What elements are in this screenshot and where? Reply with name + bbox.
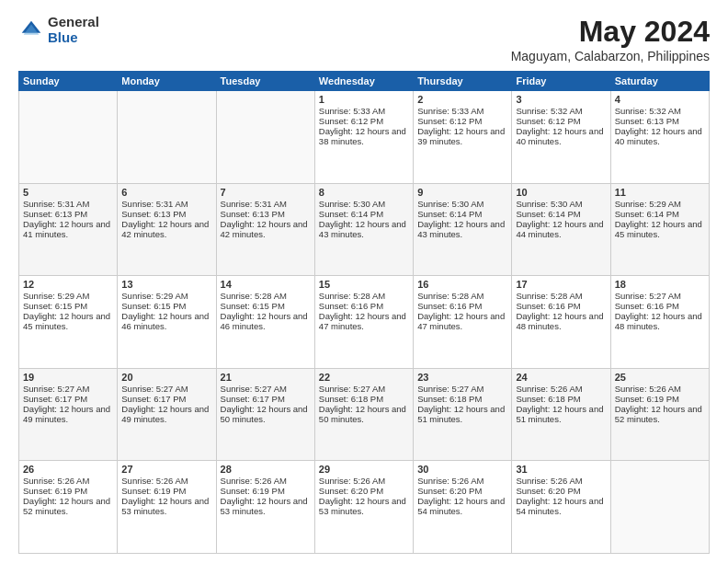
sunset-text: Sunset: 6:13 PM [221, 209, 311, 219]
sunset-text: Sunset: 6:14 PM [615, 209, 705, 219]
sunset-text: Sunset: 6:17 PM [221, 394, 311, 404]
day-number: 7 [221, 187, 311, 198]
daylight-text: Daylight: 12 hours and 54 minutes. [516, 496, 606, 516]
calendar-cell: 10Sunrise: 5:30 AMSunset: 6:14 PMDayligh… [512, 183, 610, 276]
sunset-text: Sunset: 6:13 PM [23, 209, 113, 219]
calendar-cell: 16Sunrise: 5:28 AMSunset: 6:16 PMDayligh… [414, 276, 512, 369]
day-number: 24 [516, 372, 606, 383]
sunrise-text: Sunrise: 5:27 AM [221, 384, 311, 394]
header: General Blue May 2024 Maguyam, Calabarzo… [18, 15, 710, 63]
sunrise-text: Sunrise: 5:26 AM [221, 476, 311, 486]
calendar-cell: 27Sunrise: 5:26 AMSunset: 6:19 PMDayligh… [118, 461, 216, 554]
day-number: 10 [516, 187, 606, 198]
sunrise-text: Sunrise: 5:27 AM [319, 384, 409, 394]
daylight-text: Daylight: 12 hours and 54 minutes. [417, 496, 507, 516]
weekday-header-wednesday: Wednesday [314, 72, 413, 91]
daylight-text: Daylight: 12 hours and 52 minutes. [23, 496, 113, 516]
sunrise-text: Sunrise: 5:26 AM [319, 476, 409, 486]
sunset-text: Sunset: 6:19 PM [615, 394, 705, 404]
daylight-text: Daylight: 12 hours and 46 minutes. [221, 311, 311, 331]
calendar-cell: 2Sunrise: 5:33 AMSunset: 6:12 PMDaylight… [414, 91, 512, 184]
calendar-cell: 30Sunrise: 5:26 AMSunset: 6:20 PMDayligh… [414, 461, 512, 554]
calendar-cell: 3Sunrise: 5:32 AMSunset: 6:12 PMDaylight… [512, 91, 610, 184]
weekday-header-sunday: Sunday [19, 72, 118, 91]
calendar-cell: 21Sunrise: 5:27 AMSunset: 6:17 PMDayligh… [216, 368, 314, 461]
sunrise-text: Sunrise: 5:26 AM [23, 476, 113, 486]
weekday-header-friday: Friday [512, 72, 610, 91]
day-number: 30 [417, 464, 507, 475]
calendar-week-row: 12Sunrise: 5:29 AMSunset: 6:15 PMDayligh… [19, 276, 710, 369]
calendar-cell: 22Sunrise: 5:27 AMSunset: 6:18 PMDayligh… [314, 368, 413, 461]
calendar-table: SundayMondayTuesdayWednesdayThursdayFrid… [18, 71, 710, 554]
sunrise-text: Sunrise: 5:32 AM [615, 106, 705, 116]
daylight-text: Daylight: 12 hours and 43 minutes. [319, 219, 409, 239]
sunset-text: Sunset: 6:12 PM [516, 116, 606, 126]
sunrise-text: Sunrise: 5:29 AM [615, 199, 705, 209]
sunrise-text: Sunrise: 5:31 AM [221, 199, 311, 209]
day-number: 31 [516, 464, 606, 475]
day-number: 13 [121, 279, 211, 290]
day-number: 4 [615, 94, 705, 105]
sunset-text: Sunset: 6:20 PM [319, 486, 409, 496]
logo-text: General Blue [48, 15, 99, 45]
calendar-cell: 12Sunrise: 5:29 AMSunset: 6:15 PMDayligh… [19, 276, 118, 369]
calendar-cell: 26Sunrise: 5:26 AMSunset: 6:19 PMDayligh… [19, 461, 118, 554]
day-number: 2 [417, 94, 507, 105]
day-number: 5 [23, 187, 113, 198]
sunrise-text: Sunrise: 5:27 AM [417, 384, 507, 394]
sunset-text: Sunset: 6:15 PM [23, 301, 113, 311]
day-number: 9 [417, 187, 507, 198]
calendar-week-row: 19Sunrise: 5:27 AMSunset: 6:17 PMDayligh… [19, 368, 710, 461]
calendar-cell: 29Sunrise: 5:26 AMSunset: 6:20 PMDayligh… [314, 461, 413, 554]
daylight-text: Daylight: 12 hours and 46 minutes. [121, 311, 211, 331]
sunrise-text: Sunrise: 5:30 AM [516, 199, 606, 209]
calendar-week-row: 26Sunrise: 5:26 AMSunset: 6:19 PMDayligh… [19, 461, 710, 554]
calendar-cell [118, 91, 216, 184]
day-number: 11 [615, 187, 705, 198]
calendar-cell: 23Sunrise: 5:27 AMSunset: 6:18 PMDayligh… [414, 368, 512, 461]
sunrise-text: Sunrise: 5:31 AM [23, 199, 113, 209]
sunrise-text: Sunrise: 5:33 AM [417, 106, 507, 116]
calendar-cell: 31Sunrise: 5:26 AMSunset: 6:20 PMDayligh… [512, 461, 610, 554]
calendar-cell: 9Sunrise: 5:30 AMSunset: 6:14 PMDaylight… [414, 183, 512, 276]
day-number: 17 [516, 279, 606, 290]
logo-icon [18, 17, 44, 43]
calendar-cell [216, 91, 314, 184]
calendar-cell: 1Sunrise: 5:33 AMSunset: 6:12 PMDaylight… [314, 91, 413, 184]
sunrise-text: Sunrise: 5:26 AM [615, 384, 705, 394]
logo: General Blue [18, 15, 99, 45]
daylight-text: Daylight: 12 hours and 48 minutes. [516, 311, 606, 331]
calendar-cell: 14Sunrise: 5:28 AMSunset: 6:15 PMDayligh… [216, 276, 314, 369]
subtitle: Maguyam, Calabarzon, Philippines [511, 49, 710, 63]
daylight-text: Daylight: 12 hours and 41 minutes. [23, 219, 113, 239]
day-number: 26 [23, 464, 113, 475]
day-number: 18 [615, 279, 705, 290]
sunset-text: Sunset: 6:18 PM [417, 394, 507, 404]
daylight-text: Daylight: 12 hours and 45 minutes. [23, 311, 113, 331]
day-number: 8 [319, 187, 409, 198]
sunrise-text: Sunrise: 5:27 AM [121, 384, 211, 394]
title-section: May 2024 Maguyam, Calabarzon, Philippine… [511, 15, 710, 63]
daylight-text: Daylight: 12 hours and 40 minutes. [615, 126, 705, 146]
calendar-cell: 28Sunrise: 5:26 AMSunset: 6:19 PMDayligh… [216, 461, 314, 554]
calendar-cell: 20Sunrise: 5:27 AMSunset: 6:17 PMDayligh… [118, 368, 216, 461]
sunrise-text: Sunrise: 5:31 AM [121, 199, 211, 209]
day-number: 19 [23, 372, 113, 383]
sunrise-text: Sunrise: 5:28 AM [221, 291, 311, 301]
sunrise-text: Sunrise: 5:32 AM [516, 106, 606, 116]
day-number: 27 [121, 464, 211, 475]
calendar-cell [610, 461, 709, 554]
sunset-text: Sunset: 6:17 PM [23, 394, 113, 404]
daylight-text: Daylight: 12 hours and 45 minutes. [615, 219, 705, 239]
sunrise-text: Sunrise: 5:28 AM [516, 291, 606, 301]
daylight-text: Daylight: 12 hours and 51 minutes. [417, 404, 507, 424]
calendar-cell: 17Sunrise: 5:28 AMSunset: 6:16 PMDayligh… [512, 276, 610, 369]
daylight-text: Daylight: 12 hours and 42 minutes. [121, 219, 211, 239]
day-number: 12 [23, 279, 113, 290]
calendar-cell: 11Sunrise: 5:29 AMSunset: 6:14 PMDayligh… [610, 183, 709, 276]
sunrise-text: Sunrise: 5:26 AM [417, 476, 507, 486]
daylight-text: Daylight: 12 hours and 44 minutes. [516, 219, 606, 239]
sunset-text: Sunset: 6:16 PM [417, 301, 507, 311]
daylight-text: Daylight: 12 hours and 51 minutes. [516, 404, 606, 424]
logo-blue-label: Blue [48, 30, 99, 46]
